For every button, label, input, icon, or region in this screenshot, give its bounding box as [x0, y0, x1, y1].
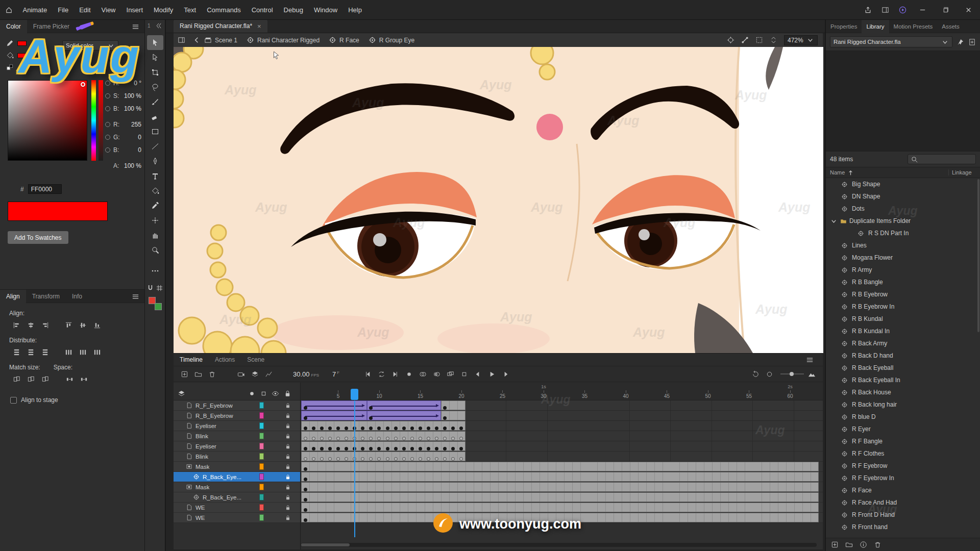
menu-edit[interactable]: Edit [74, 0, 96, 20]
outline-all-icon[interactable] [260, 390, 267, 397]
color-value[interactable]: 100 % [124, 162, 141, 169]
keyframe[interactable] [419, 447, 422, 450]
swap-colors-icon[interactable] [17, 64, 25, 71]
library-search-box[interactable] [908, 154, 976, 164]
layer-color-chip[interactable] [259, 412, 264, 419]
library-item[interactable]: R Front D Hand [826, 509, 980, 521]
keyframe[interactable] [304, 478, 307, 481]
library-item[interactable]: R B Eyebrow [826, 288, 980, 300]
tab-library[interactable]: Library [862, 20, 889, 33]
layer-row[interactable]: Mask [174, 462, 300, 472]
color-value[interactable]: 100 % [124, 92, 141, 99]
marker-range-button[interactable] [457, 368, 471, 380]
keyframe[interactable] [345, 457, 348, 461]
frames-row[interactable] [301, 441, 823, 452]
distribute-center-button[interactable] [77, 347, 89, 357]
library-item[interactable]: Dots [826, 203, 980, 215]
current-color-swatch[interactable] [8, 202, 108, 221]
menu-debug[interactable]: Debug [278, 0, 308, 20]
adv-layers-button[interactable] [248, 368, 262, 380]
tool-pen[interactable] [147, 154, 163, 168]
purple-frame-span[interactable] [301, 400, 367, 410]
crumb-1[interactable]: Rani Character Rigged [247, 36, 320, 44]
distribute-right-button[interactable] [91, 347, 103, 357]
library-item[interactable]: Mogara Flower [826, 252, 980, 264]
new-library-panel-icon[interactable] [968, 38, 976, 46]
next-frame-button[interactable] [499, 368, 512, 380]
document-close-icon[interactable]: × [257, 22, 261, 30]
library-scrollbar[interactable] [977, 179, 979, 332]
library-item[interactable]: R Back Army [826, 337, 980, 349]
keyframe[interactable] [336, 447, 340, 450]
align-top-button[interactable] [62, 320, 75, 330]
onion-skin-button[interactable] [416, 368, 430, 380]
tool-more[interactable] [147, 263, 163, 278]
layer-color-chip[interactable] [259, 514, 264, 521]
keyframe[interactable] [320, 427, 324, 430]
purple-frame-span[interactable] [367, 411, 441, 420]
keyframe[interactable] [304, 437, 307, 440]
library-item[interactable]: R B Kundal In [826, 325, 980, 337]
layer-color-chip[interactable] [259, 484, 264, 490]
keyframe[interactable] [328, 457, 332, 461]
column-linkage[interactable]: Linkage [948, 169, 976, 176]
tool-brush[interactable] [147, 94, 163, 109]
tab-info[interactable]: Info [66, 290, 88, 303]
gray-frame-span[interactable] [301, 472, 819, 482]
column-name[interactable]: Name [830, 169, 845, 176]
color-mode-radio[interactable] [105, 122, 110, 127]
layer-row[interactable]: Eyeliser [174, 441, 300, 452]
library-item[interactable]: R blue D [826, 411, 980, 423]
tool-lasso[interactable] [147, 80, 163, 94]
stroke-color-swatch[interactable] [17, 41, 27, 46]
match-height-button[interactable] [24, 374, 37, 384]
frames-row[interactable] [301, 452, 823, 462]
menu-window[interactable]: Window [308, 0, 342, 20]
search-input[interactable] [920, 156, 973, 162]
timeline-zoom-slider[interactable] [780, 373, 804, 374]
keyframe[interactable] [328, 437, 332, 440]
loop-button[interactable] [375, 368, 388, 380]
keyframe[interactable] [312, 437, 315, 440]
restore-button[interactable] [934, 0, 957, 20]
gray-frame-span[interactable] [301, 503, 819, 512]
menu-control[interactable]: Control [246, 0, 278, 20]
layer-color-chip[interactable] [259, 402, 264, 409]
layer-color-chip[interactable] [259, 463, 264, 470]
default-colors-icon[interactable] [6, 64, 14, 71]
layer-color-chip[interactable] [259, 422, 264, 429]
keyframe[interactable] [336, 427, 340, 430]
timeline-hscrollbar[interactable] [301, 543, 817, 547]
keyframe[interactable] [410, 457, 414, 461]
color-value[interactable]: 0 [138, 134, 141, 141]
align-middle-button[interactable] [77, 320, 89, 330]
distribute-top-button[interactable] [10, 347, 22, 357]
onion-outline-button[interactable] [430, 368, 444, 380]
color-mode-radio[interactable] [105, 135, 110, 140]
library-item[interactable]: R S DN Part In [826, 227, 980, 239]
close-button[interactable] [957, 0, 980, 20]
tool-asset-warp[interactable] [147, 213, 163, 228]
gray-frame-span[interactable] [301, 452, 465, 461]
keyframe[interactable] [328, 447, 332, 450]
library-item[interactable]: R Back Eyeball [826, 362, 980, 374]
library-item[interactable]: R B Bangle [826, 276, 980, 288]
tool-free-transform[interactable] [147, 65, 163, 80]
new-folder-button[interactable] [191, 368, 205, 380]
layer-color-chip[interactable] [259, 473, 264, 480]
frames-row[interactable] [301, 492, 823, 503]
step-start-button[interactable] [361, 368, 375, 380]
record-button[interactable] [402, 368, 416, 380]
library-item[interactable]: Duplicate Items Folder [826, 215, 980, 227]
current-frame-value[interactable]: 7 [332, 370, 336, 378]
keyframe[interactable] [402, 447, 406, 450]
keyframe[interactable] [410, 437, 414, 440]
keyframe[interactable] [386, 437, 389, 440]
play-button[interactable] [485, 368, 499, 380]
prev-frame-button[interactable] [471, 368, 485, 380]
menu-commands[interactable]: Commands [202, 0, 246, 20]
add-to-swatches-button[interactable]: Add To Swatches [8, 231, 68, 244]
library-item[interactable]: R F Clothes [826, 447, 980, 460]
space-vertical-button[interactable] [63, 374, 76, 384]
sort-ascending-icon[interactable] [847, 169, 854, 177]
